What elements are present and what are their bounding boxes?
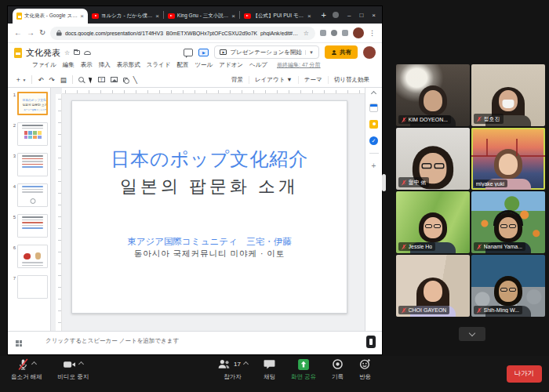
participant-video[interactable]: Shih-Ming W... (471, 255, 545, 317)
tab-slides[interactable]: 文化発表 - Google スライド × (13, 9, 88, 24)
mic-options-caret[interactable] (31, 361, 37, 367)
collapse-panel-icon[interactable] (371, 91, 376, 96)
menu-arrange[interactable]: 配置 (176, 61, 188, 69)
redo-icon[interactable]: ↷ (49, 76, 55, 84)
present-options-caret[interactable]: ▼ (305, 50, 314, 55)
refresh-icon[interactable]: ↻ (39, 29, 45, 37)
tab-close-icon[interactable]: × (155, 13, 159, 20)
participant-video[interactable]: KIM DOYEON... (396, 64, 470, 126)
share-button[interactable]: 共有 (325, 45, 358, 59)
stop-video-button[interactable]: 비디오 중지 (50, 358, 97, 381)
record-button[interactable]: 기록 (324, 358, 351, 381)
video-options-caret[interactable] (78, 361, 84, 367)
tab-youtube-1[interactable]: ヨルシカ - だから僕は音楽を辞めた × (88, 9, 163, 24)
comment-history-icon[interactable] (184, 49, 193, 56)
new-slide-button[interactable]: ＋▼ (15, 75, 26, 85)
speaker-notes-placeholder[interactable]: クリックするとスピーカー ノートを追加できます (45, 336, 179, 345)
tab-close-icon[interactable]: × (307, 13, 311, 20)
slide-thumbnail-1[interactable]: 日本のポップ文化紹介 일본의 팝문화 소개 東アジア国際コミュニティ 三宅・伊藤 (17, 92, 48, 115)
insert-image-icon[interactable] (111, 77, 118, 82)
slide-credit-korean[interactable]: 동아시아 국제커뮤니티 미야케 · 이토 (72, 249, 347, 260)
participants-button[interactable]: 17 참가자 (209, 358, 256, 381)
background-button[interactable]: 背景 (226, 76, 249, 84)
extension-icon[interactable] (342, 30, 348, 36)
back-icon[interactable]: ← (14, 29, 22, 37)
start-presentation-button[interactable]: ▶ プレゼンテーションを開始 ▼ (214, 45, 319, 59)
zoom-tool-icon[interactable] (78, 77, 84, 82)
tab-close-icon[interactable]: × (231, 13, 235, 20)
menu-tools[interactable]: ツール (195, 61, 213, 69)
grid-view-icon[interactable] (16, 340, 22, 347)
browser-profile-icon[interactable] (333, 12, 339, 18)
slide-credit-japanese[interactable]: 東アジア国際コミュニティ 三宅・伊藤 (72, 236, 347, 248)
print-icon[interactable]: ▤ (60, 76, 67, 84)
slide-thumbnail-5[interactable] (17, 214, 48, 238)
tab-youtube-3[interactable]: 【公式】PUI PUI モルカー 第1話 × (240, 9, 315, 24)
menu-format[interactable]: 表示形式 (117, 61, 140, 69)
explore-tool-icon[interactable] (366, 336, 376, 348)
undo-icon[interactable]: ↶ (38, 76, 43, 84)
more-participants-button[interactable] (459, 327, 485, 341)
last-edit-link[interactable]: 最終編集: 47 分前 (277, 61, 321, 69)
participant-video[interactable]: CHOI GAYEON (396, 255, 470, 317)
window-maximize-button[interactable]: □ (359, 12, 363, 19)
menu-help[interactable]: ヘルプ (249, 61, 267, 69)
new-tab-button[interactable]: + (322, 10, 326, 20)
browser-avatar[interactable] (353, 27, 364, 38)
participant-video[interactable]: Nanami Yama... (471, 191, 545, 253)
current-slide[interactable]: 日本のポップ文化紹介 일본의 팝문화 소개 東アジア国際コミュニティ 三宅・伊藤… (71, 100, 347, 314)
menu-view[interactable]: 表示 (81, 61, 93, 69)
slide-thumbnail-3[interactable] (17, 153, 48, 176)
reactions-button[interactable]: 반응 (351, 358, 379, 381)
present-display-icon[interactable]: ▶ (198, 49, 209, 56)
slide-thumbnail-6[interactable] (17, 245, 48, 268)
participant-video[interactable]: Jessie Ho (396, 191, 470, 253)
extension-icon[interactable] (331, 30, 337, 36)
slide-title-korean[interactable]: 일본의 팝문화 소개 (72, 175, 347, 198)
tab-close-icon[interactable]: × (80, 13, 84, 20)
panel-resize-handle[interactable] (382, 174, 386, 191)
menu-insert[interactable]: 挿入 (99, 61, 111, 69)
participants-options-caret[interactable] (243, 361, 249, 367)
text-box-icon[interactable]: T (98, 77, 105, 82)
star-document-icon[interactable]: ☆ (64, 49, 70, 56)
document-title[interactable]: 文化発表 (26, 47, 60, 59)
participant-video[interactable]: 정호진 (471, 64, 545, 126)
move-folder-icon[interactable] (74, 50, 80, 55)
url-input[interactable]: docs.google.com/presentation/d/1T4fHV3_B… (50, 27, 315, 40)
google-tasks-icon[interactable]: ✓ (369, 136, 378, 145)
layout-button[interactable]: レイアウト▼ (249, 76, 298, 84)
tab-youtube-2[interactable]: King Gnu - 三文小説 - YouTube × (164, 9, 239, 24)
participant-video[interactable]: miyake yuki (471, 128, 545, 190)
window-close-button[interactable]: × (372, 12, 376, 19)
unmute-button[interactable]: 음소거 해제 (3, 358, 50, 381)
select-cursor-icon[interactable] (89, 76, 93, 83)
insert-line-icon[interactable]: ╲ (133, 76, 137, 84)
browser-menu-icon[interactable]: ⋮ (369, 29, 376, 37)
participant-nametag: 정호진 (474, 114, 504, 124)
menu-file[interactable]: ファイル (32, 61, 56, 69)
extension-icon[interactable] (320, 30, 326, 36)
menu-slide[interactable]: スライド (147, 61, 171, 69)
theme-button[interactable]: テーマ (298, 76, 328, 84)
share-screen-button[interactable]: 화면 공유 (283, 358, 324, 381)
menu-addons[interactable]: アドオン (219, 61, 243, 69)
slide-thumbnail-4[interactable] (17, 183, 48, 207)
insert-shape-icon[interactable] (123, 78, 128, 82)
slide-title-japanese[interactable]: 日本のポップ文化紹介 (72, 147, 347, 172)
slide-thumbnail-7[interactable] (17, 275, 48, 299)
slide-thumbnail-2[interactable] (17, 122, 48, 146)
add-addon-icon[interactable]: + (372, 162, 376, 170)
google-slides-logo[interactable] (14, 48, 22, 58)
transition-button[interactable]: 切り替え効果 (328, 76, 375, 84)
google-calendar-icon[interactable] (369, 103, 378, 112)
chat-button[interactable]: 채팅 (256, 358, 283, 381)
forward-icon[interactable]: → (27, 29, 35, 37)
google-keep-icon[interactable] (369, 120, 378, 129)
participant-video[interactable]: 畠中 佑 (396, 128, 470, 190)
window-minimize-button[interactable]: – (347, 12, 351, 19)
leave-button[interactable]: 나가기 (507, 365, 543, 383)
bookmark-star-icon[interactable]: ☆ (304, 30, 309, 37)
menu-edit[interactable]: 編集 (63, 61, 75, 69)
account-avatar[interactable] (363, 46, 376, 59)
